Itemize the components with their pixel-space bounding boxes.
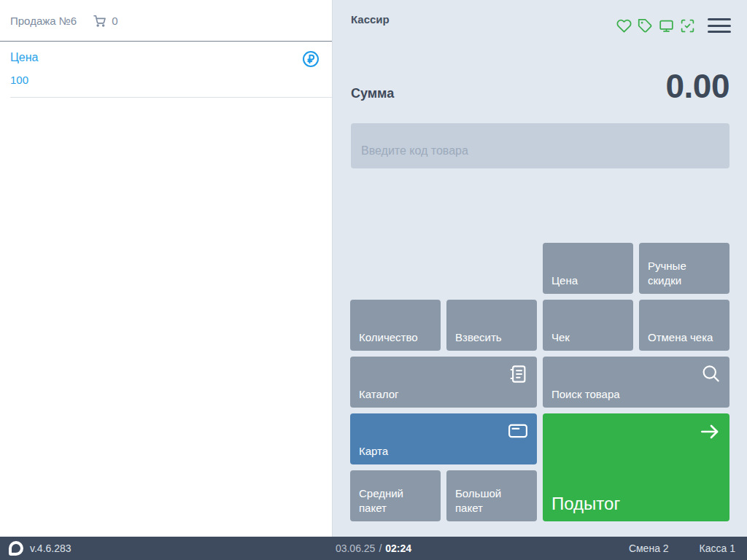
card-button[interactable]: Карта: [350, 413, 537, 464]
large-bag-button[interactable]: Большой пакет: [446, 470, 537, 521]
button-label: Цена: [551, 273, 578, 288]
sum-value: 0.00: [665, 69, 729, 104]
button-label: Взвесить: [455, 330, 502, 345]
cancel-receipt-button[interactable]: Отмена чека: [639, 300, 729, 351]
button-label: Средний пакет: [359, 486, 432, 515]
register-label[interactable]: Касса 1: [700, 542, 735, 554]
button-label: Карта: [359, 444, 388, 459]
shift-label[interactable]: Смена 2: [629, 542, 669, 554]
cashier-panel: Кассир: [333, 0, 747, 537]
price-button[interactable]: Цена: [543, 243, 633, 294]
sale-header: Продажа №6 0: [0, 0, 332, 42]
button-label: Отмена чека: [648, 330, 713, 345]
status-separator: /: [379, 542, 382, 554]
card-icon: [507, 420, 529, 442]
ruble-circle-icon: [301, 50, 320, 71]
monitor-icon[interactable]: [658, 18, 674, 34]
scan-check-icon[interactable]: [679, 18, 695, 34]
product-search-button[interactable]: Поиск товара: [543, 357, 729, 408]
cart-count: 0: [112, 15, 117, 27]
button-label: Подытог: [551, 492, 620, 515]
catalog-icon: [507, 363, 529, 385]
button-label: Чек: [551, 330, 570, 345]
header-icons: [616, 18, 731, 34]
status-bar: v.4.6.283 03.06.25 / 02:24 Смена 2 Касса…: [0, 537, 747, 560]
keypad-grid: Цена Ручные скидки Количество Взвесить Ч…: [350, 243, 729, 521]
button-label: Каталог: [359, 387, 399, 402]
sale-line-item[interactable]: Цена 100: [0, 42, 332, 98]
item-label: Цена: [10, 51, 322, 64]
product-code-input[interactable]: [351, 123, 729, 168]
button-label: Большой пакет: [455, 486, 528, 515]
button-label: Поиск товара: [551, 387, 620, 402]
status-right: Смена 2 Касса 1: [629, 537, 735, 560]
button-label: Ручные скидки: [648, 259, 721, 287]
status-date: 03.06.25: [336, 542, 376, 554]
button-label: Количество: [359, 330, 418, 345]
status-time: 02:24: [385, 542, 411, 554]
arrow-right-icon: [698, 420, 721, 443]
medium-bag-button[interactable]: Средний пакет: [350, 470, 441, 521]
search-icon: [700, 363, 721, 385]
quantity-button[interactable]: Количество: [350, 300, 441, 351]
sale-panel: Продажа №6 0 Цена 100: [0, 0, 333, 537]
sale-title: Продажа №6: [10, 15, 77, 27]
weigh-button[interactable]: Взвесить: [446, 300, 537, 351]
cashier-label: Кассир: [351, 13, 390, 26]
shopping-cart-icon: [93, 14, 107, 28]
cart-counter: 0: [93, 14, 117, 28]
sum-label: Сумма: [351, 86, 394, 101]
heart-icon[interactable]: [616, 18, 632, 34]
subtotal-button[interactable]: Подытог: [543, 413, 729, 521]
manual-discounts-button[interactable]: Ручные скидки: [639, 243, 729, 294]
sum-row: Сумма 0.00: [351, 69, 729, 104]
receipt-button[interactable]: Чек: [543, 300, 633, 351]
catalog-button[interactable]: Каталог: [350, 357, 537, 408]
item-value: 100: [10, 74, 322, 86]
menu-icon[interactable]: [708, 18, 731, 34]
tag-icon[interactable]: [637, 18, 653, 34]
